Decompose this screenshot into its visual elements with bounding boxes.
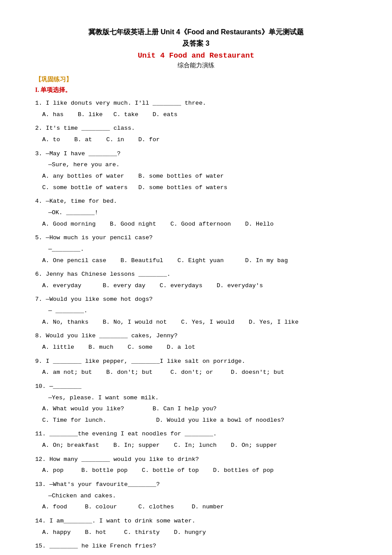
question-13: 13. —What's your favourite________? —Chi…	[35, 479, 357, 513]
question-4: 4. —Kate, time for bed. —OK. ________! A…	[35, 196, 357, 230]
question-10: 10. —________ —Yes, please. I want some …	[35, 381, 357, 426]
question-5: 5. —How much is your pencil case? —_____…	[35, 232, 357, 266]
section-label: 【巩固练习】	[35, 76, 357, 84]
question-9: 9. I ________ like pepper, ________I lik…	[35, 356, 357, 378]
question-11: 11. ________the evening I eat noodles fo…	[35, 428, 357, 451]
unit-title: Unit 4 Food and Restaurant	[35, 51, 357, 60]
subtitle: 综合能力演练	[35, 62, 357, 69]
question-14: 14. I am________. I want to drink some w…	[35, 515, 357, 538]
question-6: 6. Jenny has Chinese lessons ________. A…	[35, 269, 357, 291]
question-1: 1. I like donuts very much. I'll _______…	[35, 98, 357, 120]
question-3: 3. —May I have ________? —Sure, here you…	[35, 148, 357, 194]
section-header: I. 单项选择。	[35, 86, 357, 94]
question-15: 15. ________ he like French fries?	[35, 540, 357, 552]
question-12: 12. How many ________ would you like to …	[35, 454, 357, 476]
question-7: 7. —Would you like some hot dogs? — ____…	[35, 294, 357, 328]
question-8: 8. Would you like ________ cakes, Jenny?…	[35, 330, 357, 353]
questions-container: 1. I like donuts very much. I'll _______…	[35, 98, 357, 552]
page-title: 冀教版七年级英语上册 Unit 4《Food and Restaurants》单…	[35, 26, 357, 49]
question-2: 2. It's time ________ class. A. to B. at…	[35, 123, 357, 145]
